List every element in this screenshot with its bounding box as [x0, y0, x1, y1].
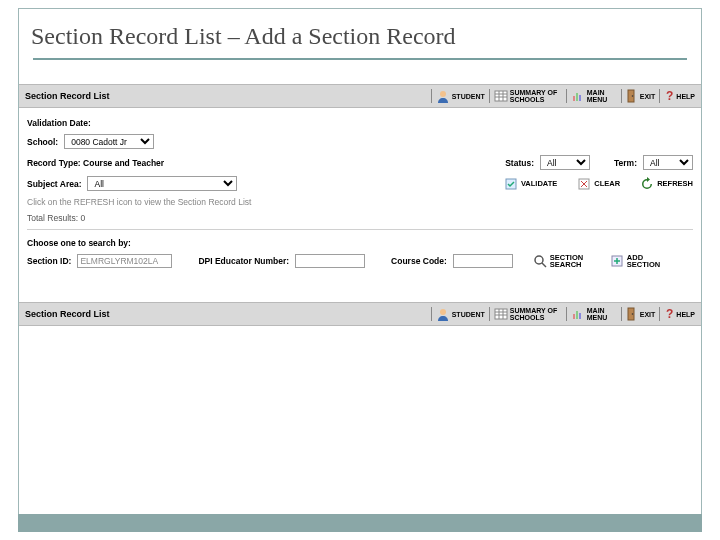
help-icon: ? — [664, 89, 674, 103]
validate-icon — [504, 177, 518, 191]
header-toolbar: STUDENT SUMMARY OF SCHOOLS MAIN MENU EXI… — [428, 89, 695, 103]
validation-date-label: Validation Date: — [27, 118, 91, 128]
student-label: STUDENT — [452, 93, 485, 100]
grid-icon — [494, 307, 508, 321]
help-label: HELP — [676, 93, 695, 100]
subject-area-select[interactable]: All — [87, 176, 237, 191]
svg-point-31 — [631, 313, 633, 315]
svg-rect-29 — [579, 313, 581, 319]
student-label: STUDENT — [452, 311, 485, 318]
main-menu-label: MAIN MENU — [587, 89, 617, 103]
refresh-button[interactable]: REFRESH — [640, 177, 693, 191]
toolbar-sep — [431, 89, 432, 103]
refresh-icon — [640, 177, 654, 191]
section-search-label: SECTION SEARCH — [550, 254, 590, 268]
course-code-label: Course Code: — [391, 256, 447, 266]
student-icon — [436, 89, 450, 103]
svg-point-21 — [440, 309, 446, 315]
chart-icon — [571, 307, 585, 321]
summary-schools-button[interactable]: SUMMARY OF SCHOOLS — [494, 307, 562, 321]
toolbar-sep — [489, 307, 490, 321]
add-section-button[interactable]: ADD SECTION — [610, 254, 665, 268]
school-select[interactable]: 0080 Cadott Jr — [64, 134, 154, 149]
add-icon — [610, 254, 624, 268]
summary-label: SUMMARY OF SCHOOLS — [510, 307, 562, 321]
svg-rect-28 — [576, 311, 578, 319]
grid-icon — [494, 89, 508, 103]
toolbar-sep — [621, 89, 622, 103]
toolbar-sep — [566, 307, 567, 321]
slide-title: Section Record List – Add a Section Reco… — [31, 23, 689, 50]
exit-label: EXIT — [640, 93, 656, 100]
toolbar-sep — [659, 307, 660, 321]
course-code-input[interactable] — [453, 254, 513, 268]
svg-point-16 — [535, 256, 543, 264]
filter-panel: Validation Date: School: 0080 Cadott Jr … — [19, 108, 701, 282]
clear-label: CLEAR — [594, 179, 620, 188]
svg-rect-22 — [495, 309, 507, 319]
search-icon — [533, 254, 547, 268]
help-button[interactable]: ? HELP — [664, 89, 695, 103]
section-id-label: Section ID: — [27, 256, 71, 266]
help-button[interactable]: ? HELP — [664, 307, 695, 321]
status-label: Status: — [505, 158, 534, 168]
add-section-label: ADD SECTION — [627, 254, 665, 268]
term-select[interactable]: All — [643, 155, 693, 170]
exit-button[interactable]: EXIT — [626, 307, 656, 321]
main-menu-label: MAIN MENU — [587, 307, 617, 321]
status-select[interactable]: All — [540, 155, 590, 170]
divider — [27, 229, 693, 230]
student-button[interactable]: STUDENT — [436, 307, 485, 321]
chart-icon — [571, 89, 585, 103]
help-icon: ? — [664, 307, 674, 321]
refresh-label: REFRESH — [657, 179, 693, 188]
svg-rect-7 — [576, 93, 578, 101]
summary-label: SUMMARY OF SCHOOLS — [510, 89, 562, 103]
svg-point-10 — [631, 95, 633, 97]
main-menu-button[interactable]: MAIN MENU — [571, 89, 617, 103]
svg-rect-1 — [495, 91, 507, 101]
record-type-label: Record Type: Course and Teacher — [27, 158, 164, 168]
section-search-button[interactable]: SECTION SEARCH — [533, 254, 590, 268]
toolbar-sep — [621, 307, 622, 321]
term-label: Term: — [614, 158, 637, 168]
refresh-hint: Click on the REFRESH icon to view the Se… — [27, 197, 251, 207]
subject-area-label: Subject Area: — [27, 179, 81, 189]
clear-icon — [577, 177, 591, 191]
exit-label: EXIT — [640, 311, 656, 318]
validate-label: VALIDATE — [521, 179, 557, 188]
header-title-bottom: Section Record List — [25, 309, 110, 319]
help-label: HELP — [676, 311, 695, 318]
svg-text:?: ? — [666, 307, 673, 321]
section-record-header-top: Section Record List STUDENT SUMMARY OF S… — [19, 84, 701, 108]
student-icon — [436, 307, 450, 321]
app-screenshot: Section Record List STUDENT SUMMARY OF S… — [19, 84, 701, 326]
toolbar-sep — [659, 89, 660, 103]
exit-button[interactable]: EXIT — [626, 89, 656, 103]
total-results: Total Results: 0 — [27, 213, 85, 223]
title-rule — [33, 58, 687, 60]
header-toolbar-bottom: STUDENT SUMMARY OF SCHOOLS MAIN MENU EXI… — [428, 307, 695, 321]
section-id-input[interactable] — [77, 254, 172, 268]
validate-button[interactable]: VALIDATE — [504, 177, 557, 191]
dpi-educator-label: DPI Educator Number: — [198, 256, 289, 266]
door-icon — [626, 89, 638, 103]
student-button[interactable]: STUDENT — [436, 89, 485, 103]
toolbar-sep — [566, 89, 567, 103]
slide-bottom-accent — [18, 514, 702, 532]
svg-point-0 — [440, 91, 446, 97]
search-heading: Choose one to search by: — [27, 238, 131, 248]
section-record-header-bottom: Section Record List STUDENT SUMMARY OF S… — [19, 302, 701, 326]
door-icon — [626, 307, 638, 321]
svg-line-17 — [542, 263, 546, 267]
dpi-educator-input[interactable] — [295, 254, 365, 268]
svg-rect-6 — [573, 96, 575, 101]
toolbar-sep — [489, 89, 490, 103]
summary-schools-button[interactable]: SUMMARY OF SCHOOLS — [494, 89, 562, 103]
svg-text:?: ? — [666, 89, 673, 103]
header-title: Section Record List — [25, 91, 110, 101]
main-menu-button[interactable]: MAIN MENU — [571, 307, 617, 321]
school-label: School: — [27, 137, 58, 147]
clear-button[interactable]: CLEAR — [577, 177, 620, 191]
toolbar-sep — [431, 307, 432, 321]
